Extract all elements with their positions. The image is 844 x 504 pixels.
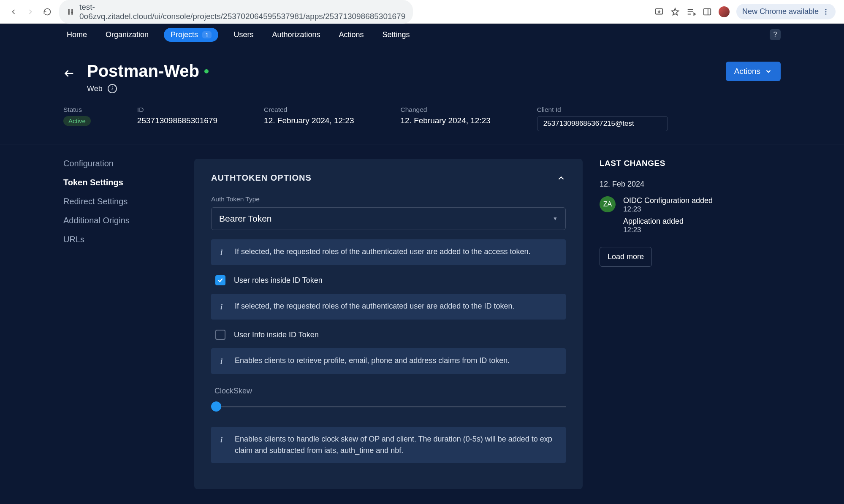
svg-point-3 bbox=[825, 11, 827, 12]
chrome-update-label: New Chrome available bbox=[742, 7, 819, 16]
svg-point-2 bbox=[825, 9, 827, 10]
change-item: ZA OIDC Configuration added 12:23 Applic… bbox=[600, 196, 768, 234]
side-nav: Configuration Token Settings Redirect Se… bbox=[63, 159, 177, 489]
chrome-update-pill[interactable]: New Chrome available bbox=[736, 4, 836, 19]
nav-users[interactable]: Users bbox=[230, 29, 257, 41]
app-nav: Home Organization Projects 1 Users Autho… bbox=[0, 24, 844, 46]
info-text-1: If selected, the requested roles of the … bbox=[235, 246, 530, 257]
info-text-3: Enables clients to retrieve profile, ema… bbox=[235, 355, 510, 366]
status-dot-icon bbox=[204, 69, 209, 73]
back-nav-icon[interactable] bbox=[8, 7, 19, 17]
auth-token-type-value: Bearer Token bbox=[219, 214, 272, 224]
info-text-4: Enables clients to handle clock skew of … bbox=[235, 434, 556, 456]
svg-point-4 bbox=[825, 13, 827, 14]
last-changes-panel: LAST CHANGES 12. Feb 2024 ZA OIDC Config… bbox=[600, 159, 768, 489]
svg-rect-1 bbox=[704, 8, 711, 15]
chevron-down-icon bbox=[765, 68, 772, 75]
clientid-label: Client Id bbox=[537, 106, 668, 114]
nav-authorizations[interactable]: Authorizations bbox=[269, 29, 323, 41]
bookmark-star-icon[interactable] bbox=[670, 7, 680, 16]
url-text: test-0o6zvq.zitadel.cloud/ui/console/pro… bbox=[79, 3, 405, 21]
dropdown-icon: ▼ bbox=[553, 216, 558, 222]
checkbox-user-roles-id-token[interactable] bbox=[215, 275, 225, 285]
nav-settings[interactable]: Settings bbox=[379, 29, 413, 41]
sidenav-urls[interactable]: URLs bbox=[63, 235, 177, 244]
created-value: 12. February 2024, 12:23 bbox=[264, 116, 354, 125]
client-id-field[interactable]: 253713098685367215@test bbox=[537, 116, 668, 131]
clockskew-label: ClockSkew bbox=[214, 387, 566, 396]
actions-button-label: Actions bbox=[734, 67, 760, 76]
menu-dots-icon bbox=[822, 8, 830, 16]
sidenav-redirect-settings[interactable]: Redirect Settings bbox=[63, 197, 177, 206]
install-app-icon[interactable] bbox=[654, 7, 664, 16]
nav-projects-count: 1 bbox=[202, 31, 212, 38]
change-time-2: 12:23 bbox=[623, 226, 713, 234]
info-banner-user-info: i Enables clients to retrieve profile, e… bbox=[211, 348, 566, 374]
playlist-icon[interactable] bbox=[687, 7, 696, 16]
auth-token-type-select[interactable]: Bearer Token ▼ bbox=[211, 207, 566, 230]
reload-icon[interactable] bbox=[42, 7, 52, 17]
site-settings-icon[interactable] bbox=[67, 8, 74, 16]
side-panel-icon[interactable] bbox=[703, 7, 712, 16]
info-icon: i bbox=[220, 434, 225, 446]
info-banner-clockskew: i Enables clients to handle clock skew o… bbox=[211, 427, 566, 463]
back-arrow-icon[interactable] bbox=[63, 68, 75, 79]
info-banner-access-token: i If selected, the requested roles of th… bbox=[211, 239, 566, 265]
id-label: ID bbox=[137, 106, 217, 114]
nav-organization[interactable]: Organization bbox=[102, 29, 152, 41]
browser-toolbar: test-0o6zvq.zitadel.cloud/ui/console/pro… bbox=[0, 0, 844, 24]
help-button[interactable]: ? bbox=[770, 29, 781, 40]
load-more-button[interactable]: Load more bbox=[600, 247, 652, 267]
sidenav-configuration[interactable]: Configuration bbox=[63, 159, 177, 168]
last-changes-title: LAST CHANGES bbox=[600, 159, 768, 168]
nav-projects[interactable]: Projects 1 bbox=[164, 28, 218, 42]
info-icon: i bbox=[220, 356, 225, 367]
created-label: Created bbox=[264, 106, 354, 114]
info-icon: i bbox=[220, 247, 225, 258]
nav-actions[interactable]: Actions bbox=[336, 29, 367, 41]
app-type-label: Web bbox=[87, 84, 103, 93]
status-badge: Active bbox=[63, 116, 91, 126]
profile-avatar-icon[interactable] bbox=[719, 6, 730, 17]
info-icon[interactable]: i bbox=[108, 84, 117, 93]
url-bar[interactable]: test-0o6zvq.zitadel.cloud/ui/console/pro… bbox=[59, 0, 413, 24]
nav-home[interactable]: Home bbox=[63, 29, 90, 41]
check-icon bbox=[217, 277, 224, 284]
changed-label: Changed bbox=[400, 106, 490, 114]
collapse-icon[interactable] bbox=[556, 173, 566, 183]
page-title: Postman-Web bbox=[87, 62, 714, 81]
checkbox-label-2: User Info inside ID Token bbox=[234, 331, 319, 339]
info-icon: i bbox=[220, 301, 225, 313]
slider-track bbox=[221, 406, 566, 407]
checkbox-label-1: User roles inside ID Token bbox=[234, 276, 323, 285]
change-title-1: OIDC Configuration added bbox=[623, 196, 713, 205]
actions-button[interactable]: Actions bbox=[726, 62, 781, 81]
app-title-text: Postman-Web bbox=[87, 62, 199, 81]
change-avatar: ZA bbox=[600, 196, 616, 212]
auth-token-type-label: Auth Token Type bbox=[211, 195, 566, 203]
status-label: Status bbox=[63, 106, 91, 114]
change-title-2: Application added bbox=[623, 217, 713, 226]
sidenav-token-settings[interactable]: Token Settings bbox=[63, 178, 177, 187]
card-title: AUTHTOKEN OPTIONS bbox=[211, 173, 312, 183]
slider-thumb[interactable] bbox=[211, 401, 221, 412]
info-banner-id-token-roles: i If selected, the requested roles of th… bbox=[211, 294, 566, 320]
page-header: Postman-Web Web i Actions Status Active … bbox=[0, 46, 844, 144]
clockskew-slider[interactable] bbox=[211, 401, 566, 412]
forward-nav-icon[interactable] bbox=[25, 7, 35, 17]
last-changes-date: 12. Feb 2024 bbox=[600, 180, 768, 189]
nav-projects-label: Projects bbox=[171, 30, 198, 39]
change-time-1: 12:23 bbox=[623, 205, 713, 214]
authtoken-options-card: AUTHTOKEN OPTIONS Auth Token Type Bearer… bbox=[194, 159, 583, 489]
sidenav-additional-origins[interactable]: Additional Origins bbox=[63, 216, 177, 225]
info-text-2: If selected, the requested roles of the … bbox=[235, 301, 514, 312]
checkbox-user-info-id-token[interactable] bbox=[215, 330, 225, 340]
changed-value: 12. February 2024, 12:23 bbox=[400, 116, 490, 125]
id-value: 253713098685301679 bbox=[137, 116, 217, 125]
